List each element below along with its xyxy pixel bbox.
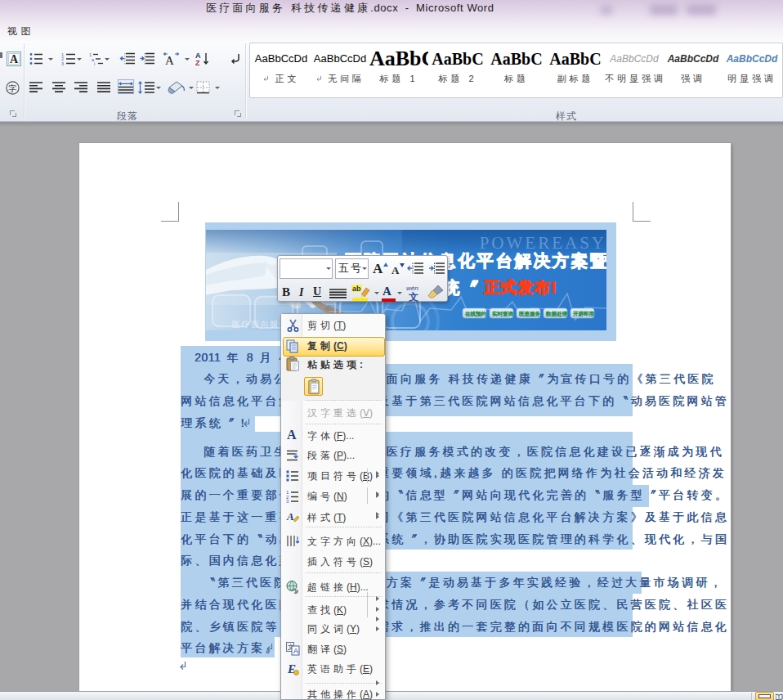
svg-text:数据处理: 数据处理 — [545, 311, 568, 317]
svg-text:医患服务: 医患服务 — [519, 311, 541, 317]
svg-text:3: 3 — [286, 499, 289, 504]
svg-text:A: A — [286, 510, 294, 523]
svg-text:A: A — [293, 647, 298, 655]
svg-text:正式发布!: 正式发布! — [484, 279, 557, 296]
svg-text:Z: Z — [195, 59, 200, 66]
svg-text:POWEREASY: POWEREASY — [480, 233, 606, 253]
svg-text:A: A — [10, 53, 19, 65]
svg-text:文: 文 — [408, 291, 418, 302]
svg-text:3: 3 — [61, 61, 64, 66]
svg-text:开辟即用: 开辟即用 — [573, 311, 594, 317]
svg-text:在线预约: 在线预约 — [465, 311, 486, 317]
svg-text:A: A — [165, 54, 174, 66]
svg-text:字: 字 — [9, 84, 17, 93]
svg-text:ab: ab — [352, 285, 361, 293]
svg-text:实时查询: 实时查询 — [492, 311, 513, 316]
svg-text:i: i — [94, 61, 95, 65]
